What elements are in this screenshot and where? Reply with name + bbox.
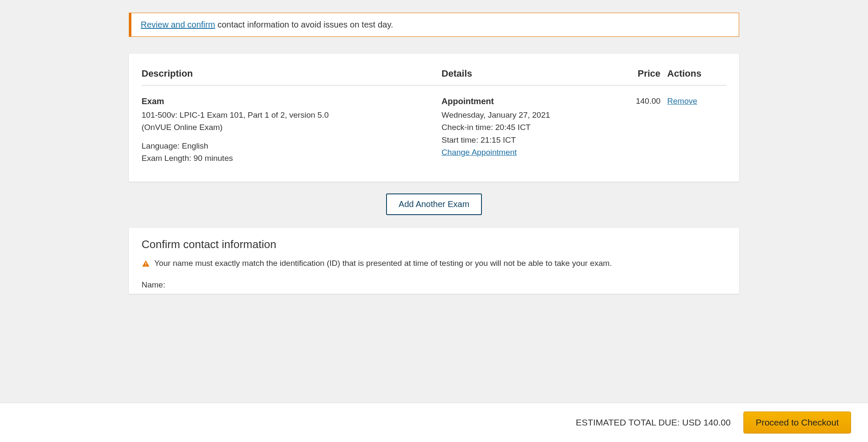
svg-rect-0	[145, 262, 146, 264]
col-description: Description	[142, 64, 442, 86]
col-price: Price	[618, 64, 668, 86]
name-label: Name:	[142, 280, 165, 289]
contact-card: Confirm contact information Your name mu…	[129, 228, 739, 294]
cell-price: 140.00	[618, 86, 668, 169]
appointment-checkin: Check-in time: 20:45 ICT	[442, 123, 531, 132]
col-details: Details	[442, 64, 618, 86]
svg-rect-1	[145, 265, 146, 266]
contact-heading: Confirm contact information	[142, 238, 726, 251]
col-actions: Actions	[667, 64, 726, 86]
exam-language: Language: English	[142, 141, 208, 150]
cell-actions: Remove	[667, 86, 726, 169]
appointment-heading: Appointment	[442, 95, 615, 108]
review-confirm-link[interactable]: Review and confirm	[141, 20, 215, 29]
table-row: Exam 101-500v: LPIC-1 Exam 101, Part 1 o…	[142, 86, 726, 169]
cart-card: Description Details Price Actions Exam 1…	[129, 54, 739, 182]
warning-icon	[142, 260, 150, 270]
change-appointment-link[interactable]: Change Appointment	[442, 148, 517, 157]
exam-heading: Exam	[142, 95, 438, 108]
alert-text: contact information to avoid issues on t…	[215, 20, 393, 29]
alert-banner: Review and confirm contact information t…	[129, 13, 739, 37]
cell-details: Appointment Wednesday, January 27, 2021 …	[442, 86, 618, 169]
cell-description: Exam 101-500v: LPIC-1 Exam 101, Part 1 o…	[142, 86, 442, 169]
cart-table: Description Details Price Actions Exam 1…	[142, 64, 726, 169]
exam-subtitle: (OnVUE Online Exam)	[142, 123, 223, 132]
remove-link[interactable]: Remove	[667, 97, 697, 105]
appointment-date: Wednesday, January 27, 2021	[442, 110, 550, 119]
add-another-exam-button[interactable]: Add Another Exam	[386, 193, 482, 215]
exam-title: 101-500v: LPIC-1 Exam 101, Part 1 of 2, …	[142, 110, 328, 119]
warning-text: Your name must exactly match the identif…	[154, 259, 612, 268]
exam-length: Exam Length: 90 minutes	[142, 154, 233, 163]
appointment-start: Start time: 21:15 ICT	[442, 135, 516, 144]
